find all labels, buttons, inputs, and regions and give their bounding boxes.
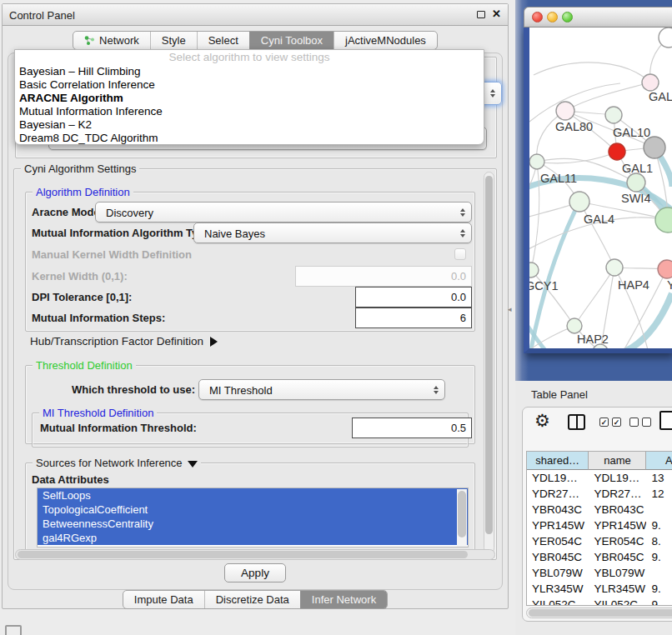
columns-icon[interactable] bbox=[568, 414, 585, 430]
table-cell: YBR045C bbox=[589, 549, 646, 565]
list-scrollbar-thumb[interactable] bbox=[458, 491, 466, 538]
settings-vertical-scrollbar[interactable] bbox=[484, 172, 494, 553]
mi-type-combo[interactable]: Naive Bayes bbox=[193, 222, 472, 243]
algorithm-popup: Select algorithm to view settings Bayesi… bbox=[14, 49, 484, 145]
table-row[interactable]: YPR145WYPR145W9. bbox=[527, 518, 672, 533]
table-row[interactable]: YER054CYER054C8. bbox=[527, 533, 672, 549]
column-header-shared-[interactable]: shared… bbox=[527, 452, 589, 470]
network-node[interactable] bbox=[644, 137, 665, 158]
network-node[interactable] bbox=[567, 318, 582, 333]
aracne-mode-combo[interactable]: Discovery bbox=[95, 202, 472, 222]
table-row[interactable]: YBR045CYBR045C9. bbox=[527, 549, 672, 565]
manual-kernel-checkbox[interactable] bbox=[454, 248, 466, 260]
table-row[interactable]: YLR345WYLR345W9. bbox=[527, 581, 672, 597]
table-cell bbox=[646, 565, 672, 581]
dpi-tolerance-field[interactable]: 0.0 bbox=[355, 287, 472, 308]
which-threshold-label: Which threshold to use: bbox=[72, 384, 195, 396]
network-node[interactable] bbox=[606, 259, 623, 276]
which-threshold-combo[interactable]: MI Threshold bbox=[198, 379, 445, 400]
table-cell: 9. bbox=[646, 597, 672, 606]
deselect-all-icon[interactable] bbox=[629, 418, 651, 427]
hub-expander[interactable]: Hub/Transcription Factor Definition bbox=[30, 336, 218, 348]
combo-stepper-icon bbox=[460, 208, 465, 217]
gray-edge[interactable] bbox=[565, 82, 650, 111]
kernel-width-field[interactable]: 0.0 bbox=[295, 266, 472, 287]
attribute-item-selfloops[interactable]: SelfLoops bbox=[38, 488, 468, 502]
mi-threshold-field[interactable]: 0.5 bbox=[352, 418, 472, 438]
network-node[interactable] bbox=[529, 154, 544, 169]
table-cell: YBL079W bbox=[589, 565, 646, 581]
table-row[interactable]: YDL19…YDL19…13 bbox=[527, 470, 672, 486]
tab-network[interactable]: Network bbox=[73, 32, 150, 49]
algorithm-option-dream8-dc-tdc-algorithm[interactable]: Dream8 DC_TDC Algorithm bbox=[15, 132, 484, 145]
tab-jactivemnodules[interactable]: jActiveMNodules bbox=[333, 32, 437, 49]
splitter-arrow-icon[interactable]: ◂ bbox=[508, 305, 512, 313]
tab-label: Discretize Data bbox=[216, 593, 289, 606]
network-node[interactable] bbox=[642, 74, 659, 91]
select-all-icon[interactable]: ✓✓ bbox=[599, 418, 621, 427]
table-cell: YDL19… bbox=[527, 470, 589, 486]
table-rows: YDL19…YDL19…13YDR27…YDR27…12YBR043CYBR04… bbox=[527, 470, 672, 606]
document-icon[interactable] bbox=[659, 411, 672, 430]
node-label-gcy1: GCY1 bbox=[529, 279, 559, 292]
network-node[interactable] bbox=[658, 260, 672, 278]
gray-edge[interactable] bbox=[579, 202, 614, 268]
tab-cyni-toolbox[interactable]: Cyni Toolbox bbox=[249, 32, 333, 49]
vertical-scrollbar-thumb[interactable] bbox=[485, 176, 493, 534]
close-icon[interactable]: ✕ bbox=[492, 8, 501, 20]
cyni-settings-title: Cyni Algorithm Settings bbox=[21, 162, 139, 175]
algorithm-option-bayesian-hill-climbing[interactable]: Bayesian – Hill Climbing bbox=[15, 65, 484, 78]
algorithm-option-basic-correlation-inference[interactable]: Basic Correlation Inference bbox=[15, 78, 484, 92]
gear-icon[interactable]: ⚙ bbox=[534, 411, 550, 431]
table-row[interactable]: YDR27…YDR27…12 bbox=[527, 486, 672, 502]
network-node[interactable] bbox=[529, 262, 539, 278]
column-header-name[interactable]: name bbox=[589, 452, 646, 470]
minimized-panel-icon[interactable] bbox=[5, 625, 22, 635]
network-window-titlebar[interactable] bbox=[524, 7, 672, 28]
algorithm-option-mutual-information-inference[interactable]: Mutual Information Inference bbox=[15, 105, 484, 118]
sources-title[interactable]: Sources for Network Inference bbox=[33, 457, 201, 469]
network-node[interactable] bbox=[655, 208, 672, 232]
which-threshold-value: MI Threshold bbox=[209, 383, 273, 396]
table-row[interactable]: YBL079WYBL079W bbox=[527, 565, 672, 581]
network-node[interactable] bbox=[605, 107, 622, 123]
attribute-item-gal4rgexp[interactable]: gal4RGexp bbox=[38, 531, 468, 545]
tab-impute-data[interactable]: Impute Data bbox=[123, 591, 204, 608]
network-view-canvas[interactable]: GALGAL80GAL10GAL1GAL11SWI4GAL4GCY1HAP4YH… bbox=[524, 28, 672, 353]
tab-discretize-data[interactable]: Discretize Data bbox=[204, 591, 300, 608]
float-window-icon[interactable] bbox=[477, 11, 485, 18]
algorithm-option-bayesian-k2[interactable]: Bayesian – K2 bbox=[15, 118, 484, 132]
table-scrollbar-thumb[interactable] bbox=[529, 609, 672, 617]
network-node[interactable] bbox=[609, 143, 625, 160]
teal-edge[interactable] bbox=[620, 293, 672, 348]
column-header-a[interactable]: A bbox=[646, 452, 672, 470]
attribute-item-topologicalcoefficient[interactable]: TopologicalCoefficient bbox=[38, 502, 468, 517]
tab-infer-network[interactable]: Infer Network bbox=[300, 591, 387, 608]
table-horizontal-scrollbar[interactable] bbox=[526, 608, 672, 618]
mi-steps-field[interactable]: 6 bbox=[355, 308, 472, 328]
gray-edge[interactable] bbox=[537, 152, 617, 163]
network-node[interactable] bbox=[659, 28, 672, 48]
tab-select[interactable]: Select bbox=[197, 32, 249, 49]
horizontal-scrollbar-thumb[interactable] bbox=[18, 551, 468, 558]
table-cell: YBR043C bbox=[527, 502, 589, 518]
network-node[interactable] bbox=[627, 173, 645, 192]
table-row[interactable]: YIL052CYIL052C9. bbox=[527, 597, 672, 606]
attribute-item-betweennesscentrality[interactable]: BetweennessCentrality bbox=[38, 517, 468, 531]
data-attributes-list[interactable]: SelfLoopsTopologicalCoefficientBetweenne… bbox=[37, 488, 469, 548]
list-scrollbar[interactable] bbox=[457, 489, 467, 548]
network-node[interactable] bbox=[569, 192, 589, 212]
settings-horizontal-scrollbar[interactable] bbox=[15, 549, 495, 560]
table-row[interactable]: YBR043CYBR043C bbox=[527, 502, 672, 518]
mac-minimize-button[interactable] bbox=[547, 12, 558, 22]
mac-zoom-button[interactable] bbox=[562, 12, 573, 22]
mac-close-button[interactable] bbox=[532, 12, 543, 22]
apply-button[interactable]: Apply bbox=[224, 563, 286, 582]
gray-edge[interactable] bbox=[534, 62, 650, 82]
network-graph[interactable]: GALGAL80GAL10GAL1GAL11SWI4GAL4GCY1HAP4YH… bbox=[529, 28, 672, 348]
gray-edge[interactable] bbox=[574, 268, 614, 326]
algorithm-option-aracne-algorithm[interactable]: ARACNE Algorithm bbox=[15, 92, 484, 105]
panel-splitter[interactable] bbox=[509, 0, 515, 635]
network-node[interactable] bbox=[556, 102, 574, 120]
tab-style[interactable]: Style bbox=[150, 32, 197, 49]
